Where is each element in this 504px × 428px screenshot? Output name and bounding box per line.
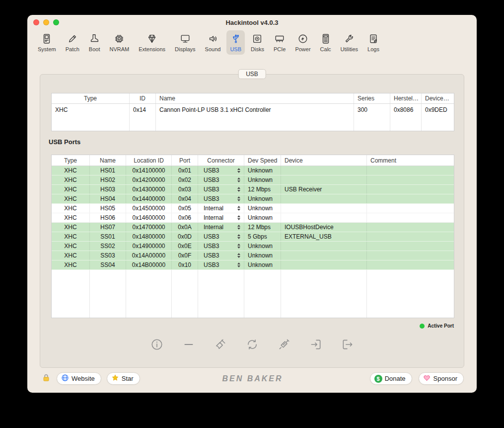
- toolbar-item-extensions[interactable]: Extensions: [135, 30, 169, 55]
- column-header-location-id[interactable]: Location ID: [126, 155, 172, 166]
- port-row[interactable]: XHC HS07 0x14700000 0x0A Internal 12 Mbp…: [52, 223, 454, 232]
- port-type: XHC: [52, 251, 90, 260]
- column-header-series[interactable]: Series: [354, 93, 390, 103]
- port-actions: [40, 337, 464, 352]
- minimize-button[interactable]: [43, 19, 49, 25]
- filler-cell: [198, 270, 244, 318]
- port-row[interactable]: XHC HS05 0x14500000 0x05 Internal Unknow…: [52, 204, 454, 213]
- toolbar-item-usb[interactable]: USB: [226, 30, 245, 55]
- star-button[interactable]: Star: [107, 372, 140, 385]
- port-connector-cell: USB3: [198, 232, 244, 241]
- port-location-id: 0x14900000: [126, 242, 172, 251]
- toolbar-item-utilities[interactable]: Utilities: [337, 30, 361, 55]
- column-header-device[interactable]: Device: [281, 155, 367, 166]
- connector-dropdown[interactable]: [237, 253, 240, 258]
- refresh-icon: [246, 338, 259, 351]
- toolbar-label: Boot: [89, 46, 100, 52]
- column-header-vendor[interactable]: Herstel…: [390, 93, 422, 103]
- toolbar-item-patch[interactable]: Patch: [62, 30, 83, 55]
- toolbar-label: Utilities: [341, 46, 358, 52]
- port-row[interactable]: XHC HS02 0x14200000 0x02 USB3 Unknown: [52, 175, 454, 185]
- column-header-id[interactable]: ID: [130, 93, 156, 103]
- column-header-type[interactable]: Type: [52, 155, 90, 166]
- filler-cell: [367, 270, 454, 318]
- column-header-type[interactable]: Type: [52, 93, 130, 103]
- port-row[interactable]: XHC SS01 0x14800000 0x0D USB3 5 Gbps EXT…: [52, 232, 454, 242]
- filler-cell: [172, 270, 198, 318]
- toolbar-item-logs[interactable]: Logs: [364, 30, 383, 55]
- port-number: 0x06: [172, 213, 198, 222]
- port-row[interactable]: XHC HS03 0x14300000 0x03 USB3 12 Mbps US…: [52, 185, 454, 194]
- remove-button[interactable]: [181, 337, 196, 352]
- chevron-down-icon: [237, 247, 240, 249]
- controller-row[interactable]: XHC 0x14 Cannon Point-LP USB 3.1 xHCI Co…: [52, 104, 454, 131]
- connector-dropdown[interactable]: [237, 177, 240, 182]
- toolbar-item-displays[interactable]: Displays: [171, 30, 199, 55]
- connector-dropdown[interactable]: [237, 187, 240, 192]
- lock-icon[interactable]: [41, 372, 51, 385]
- toolbar-item-nvram[interactable]: NVRAM: [106, 30, 133, 55]
- toolbar-item-boot[interactable]: Boot: [85, 30, 104, 55]
- port-row[interactable]: XHC HS01 0x14100000 0x01 USB3 Unknown: [52, 166, 454, 175]
- import-button[interactable]: [308, 337, 323, 352]
- toolbar-label: Logs: [367, 46, 379, 52]
- toolbar-item-disks[interactable]: Disks: [247, 30, 268, 55]
- display-icon: [180, 33, 191, 44]
- column-header-connector[interactable]: Connector: [198, 155, 244, 166]
- port-name: HS05: [90, 204, 126, 213]
- connector-dropdown[interactable]: [237, 215, 240, 220]
- close-button[interactable]: [33, 19, 39, 25]
- port-connector-value: USB3: [204, 252, 219, 259]
- sponsor-label: Sponsor: [433, 375, 457, 382]
- connector-dropdown[interactable]: [237, 206, 240, 211]
- star-icon: [111, 374, 119, 383]
- port-dev-speed: Unknown: [244, 213, 281, 222]
- sponsor-button[interactable]: Sponsor: [419, 372, 464, 385]
- column-header-device[interactable]: Device…: [422, 93, 454, 103]
- port-type: XHC: [52, 166, 90, 175]
- column-header-comment[interactable]: Comment: [367, 155, 454, 166]
- zoom-button[interactable]: [53, 19, 59, 25]
- toolbar-label: PCIe: [274, 46, 286, 52]
- toolbar-item-pcie[interactable]: PCIe: [270, 30, 289, 55]
- port-row[interactable]: XHC SS02 0x14900000 0x0E USB3 Unknown: [52, 242, 454, 251]
- port-row[interactable]: XHC HS06 0x14600000 0x06 Internal Unknow…: [52, 213, 454, 223]
- info-button[interactable]: [149, 337, 164, 352]
- inject-button[interactable]: [277, 337, 291, 352]
- gem-icon: [146, 33, 157, 44]
- filler-cell: [90, 270, 126, 318]
- connector-dropdown[interactable]: [237, 168, 240, 173]
- toolbar-item-power[interactable]: Power: [291, 30, 314, 55]
- clear-button[interactable]: [213, 337, 228, 352]
- port-connector-cell: Internal: [198, 223, 244, 232]
- connector-dropdown[interactable]: [237, 262, 240, 267]
- import-icon: [309, 338, 322, 351]
- connector-dropdown[interactable]: [237, 225, 240, 230]
- port-row[interactable]: XHC HS04 0x14400000 0x04 USB3 Unknown: [52, 194, 454, 204]
- port-dev-speed: 12 Mbps: [244, 185, 281, 194]
- connector-dropdown[interactable]: [237, 234, 240, 239]
- donate-button[interactable]: $ Donate: [370, 372, 412, 385]
- website-button[interactable]: Website: [57, 372, 101, 385]
- toolbar: System Patch Boot NVRAM Extensions Displ…: [34, 30, 472, 61]
- port-name: HS02: [90, 175, 126, 184]
- column-header-name[interactable]: Name: [90, 155, 126, 166]
- port-row[interactable]: XHC SS04 0x14B00000 0x10 USB3 Unknown: [52, 260, 454, 270]
- connector-dropdown[interactable]: [237, 196, 240, 201]
- column-header-port[interactable]: Port: [172, 155, 198, 166]
- tab-usb[interactable]: USB: [238, 69, 266, 79]
- port-location-id: 0x14500000: [126, 204, 172, 213]
- export-button[interactable]: [340, 337, 355, 352]
- toolbar-item-calc[interactable]: Calc: [317, 30, 335, 55]
- toolbar-item-sound[interactable]: Sound: [202, 30, 224, 55]
- connector-dropdown[interactable]: [237, 244, 240, 249]
- refresh-button[interactable]: [245, 337, 260, 352]
- toolbar-label: Displays: [175, 46, 196, 52]
- port-name: SS01: [90, 232, 126, 241]
- syringe-icon: [278, 338, 290, 351]
- port-row[interactable]: XHC SS03 0x14A00000 0x0F USB3 Unknown: [52, 251, 454, 260]
- column-header-name[interactable]: Name: [156, 93, 354, 103]
- port-dev-speed: Unknown: [244, 204, 281, 213]
- column-header-dev-speed[interactable]: Dev Speed: [244, 155, 281, 166]
- toolbar-item-system[interactable]: System: [34, 30, 60, 55]
